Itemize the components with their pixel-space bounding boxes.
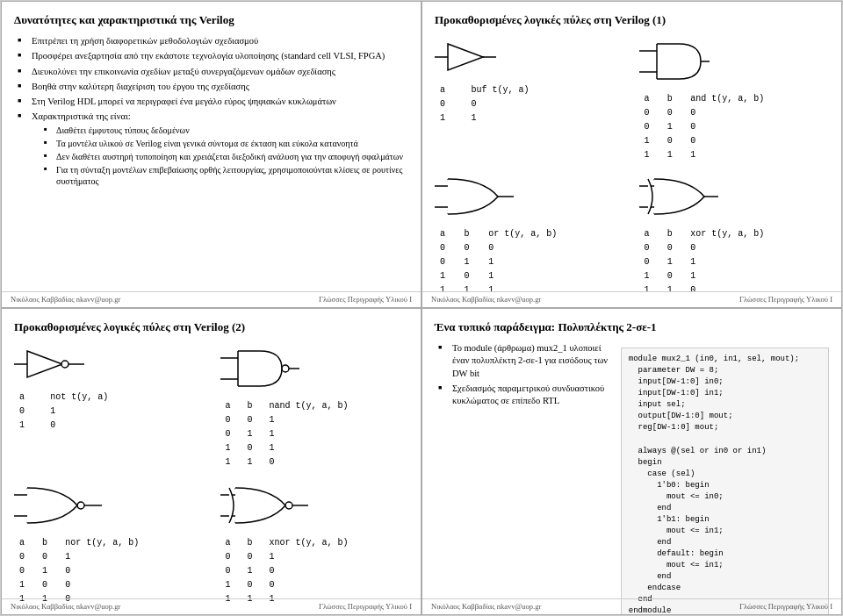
q3-footer: Νικόλαος Καββαδίας nkavv@uop.gr Γλώσσες … [2, 598, 421, 611]
q1-bullet-1: Επιτρέπει τη χρήση διαφορετικών μεθοδολο… [18, 35, 408, 47]
gate-svg-or [435, 170, 625, 225]
gate-svg-buf [435, 35, 625, 81]
truth-table-or: abor t(y, a, b)000011101111 [435, 226, 625, 298]
q1-bullet-3: Διευκολύνει την επικοινωνία σχεδίων μετα… [18, 66, 408, 78]
gate-item-buf: abuf t(y, a)0011 [435, 35, 625, 163]
quadrant-1: Δυνατότητες και χαρακτηριστικά της Veril… [1, 1, 422, 308]
quadrant-4: Ένα τυπικό παράδειγμα: Πολυπλέκτης 2-σε-… [422, 308, 842, 615]
truth-table-nand: abnand t(y, a, b)001011101110 [220, 398, 409, 470]
q2-footer-right: Γλώσσες Περιγραφής Υλικού Ι [739, 295, 832, 304]
q1-sub-1: Διαθέτει έμφυτους τύπους δεδομένων [44, 125, 408, 136]
svg-point-32 [285, 502, 292, 509]
gate-svg-xor [639, 170, 830, 225]
truth-table-not: anot t(y, a)0110 [14, 390, 203, 433]
q3-footer-right: Γλώσσες Περιγραφής Υλικού Ι [319, 602, 412, 611]
q2-footer: Νικόλαος Καββαδίας nkavv@uop.gr Γλώσσες … [422, 291, 841, 304]
svg-marker-16 [27, 351, 62, 377]
q1-bullets: Επιτρέπει τη χρήση διαφορετικών μεθοδολο… [14, 35, 408, 187]
q1-bullet-5: Στη Verilog HDL μπορεί να περιγραφεί ένα… [18, 96, 408, 108]
q2-gates-grid: abuf t(y, a)0011 aband t(y, a, b)0000101… [435, 35, 829, 298]
gate-item-or: abor t(y, a, b)000011101111 [435, 170, 625, 298]
q4-code-block: module mux2_1 (in0, in1, sel, mout); par… [621, 347, 829, 615]
q3-footer-left: Νικόλαος Καββαδίας nkavv@uop.gr [11, 602, 120, 611]
gate-svg-nand [220, 342, 409, 397]
q4-text: Το module (άρθρωμα) mux2_1 υλοποιεί έναν… [435, 342, 609, 615]
q1-sub-4: Για τη σύνταξη μοντέλων επιβεβαίωσης ορθ… [44, 164, 408, 187]
q1-subbullets: Διαθέτει έμφυτους τύπους δεδομένων Τα μο… [32, 125, 408, 187]
gate-svg-and [639, 35, 830, 90]
q1-bullet-4: Βοηθά στην καλύτερη διαχείριση του έργου… [18, 81, 408, 93]
gate-svg-not [14, 342, 203, 388]
gate-item-nor: abnor t(y, a, b)001010100110 [14, 479, 203, 607]
q2-footer-left: Νικόλαος Καββαδίας nkavv@uop.gr [431, 295, 541, 304]
q4-footer: Νικόλαος Καββαδίας nkavv@uop.gr Γλώσσες … [422, 598, 841, 611]
q4-footer-left: Νικόλαος Καββαδίας nkavv@uop.gr [431, 602, 541, 611]
q2-title: Προκαθορισμένες λογικές πύλες στη Verilo… [435, 12, 829, 28]
q1-title: Δυνατότητες και χαρακτηριστικά της Veril… [14, 12, 408, 28]
truth-table-buf: abuf t(y, a)0011 [435, 82, 625, 126]
quadrant-3: Προκαθορισμένες λογικές πύλες στη Verilo… [1, 308, 422, 615]
q1-bullet-6: Χαρακτηριστικά της είναι: Διαθέτει έμφυτ… [18, 111, 408, 187]
svg-point-28 [77, 502, 84, 509]
q4-bullet-1: Το module (άρθρωμα) mux2_1 υλοποιεί έναν… [438, 342, 609, 380]
q1-footer-left: Νικόλαος Καββαδίας nkavv@uop.gr [11, 295, 120, 304]
gate-item-nand: abnand t(y, a, b)001011101110 [220, 342, 409, 470]
q4-footer-right: Γλώσσες Περιγραφής Υλικού Ι [739, 602, 832, 611]
q4-bullets: Το module (άρθρωμα) mux2_1 υλοποιεί έναν… [435, 342, 609, 407]
gate-item-not: anot t(y, a)0110 [14, 342, 203, 470]
q4-title: Ένα τυπικό παράδειγμα: Πολυπλέκτης 2-σε-… [435, 319, 829, 335]
q3-gates-grid: anot t(y, a)0110 abnand t(y, a, b)001011… [14, 342, 408, 607]
gate-svg-xnor [220, 479, 409, 534]
truth-table-xor: abxor t(y, a, b)000011101110 [639, 226, 830, 298]
q1-sub-2: Τα μοντέλα υλικού σε Verilog είναι γενικ… [44, 138, 408, 149]
svg-marker-1 [448, 44, 483, 70]
truth-table-xnor: abxnor t(y, a, b)001010100111 [220, 535, 409, 607]
truth-table-and: aband t(y, a, b)000010100111 [639, 91, 830, 163]
q4-bullet-2: Σχεδιασμός παραμετρικού συνδυαστικού κυκ… [438, 383, 609, 407]
q3-title: Προκαθορισμένες λογικές πύλες στη Verilo… [14, 319, 408, 335]
gate-svg-nor [14, 479, 203, 534]
quadrant-2: Προκαθορισμένες λογικές πύλες στη Verilo… [422, 1, 842, 308]
q4-content: Το module (άρθρωμα) mux2_1 υλοποιεί έναν… [435, 342, 829, 615]
q1-footer: Νικόλαος Καββαδίας nkavv@uop.gr Γλώσσες … [2, 291, 421, 304]
gate-item-and: aband t(y, a, b)000010100111 [639, 35, 830, 163]
q1-sub-3: Δεν διαθέτει αυστηρή τυποποίηση και χρει… [44, 151, 408, 162]
svg-point-24 [282, 365, 289, 372]
gate-item-xor: abxor t(y, a, b)000011101110 [639, 170, 830, 298]
q4-code-section: module mux2_1 (in0, in1, sel, mout); par… [621, 342, 829, 615]
gate-item-xnor: abxnor t(y, a, b)001010100111 [220, 479, 409, 607]
q1-bullet-2: Προσφέρει ανεξαρτησία από την εκάστοτε τ… [18, 50, 408, 62]
q1-footer-right: Γλώσσες Περιγραφής Υλικού Ι [319, 295, 412, 304]
svg-point-17 [61, 361, 68, 368]
truth-table-nor: abnor t(y, a, b)001010100110 [14, 535, 203, 607]
